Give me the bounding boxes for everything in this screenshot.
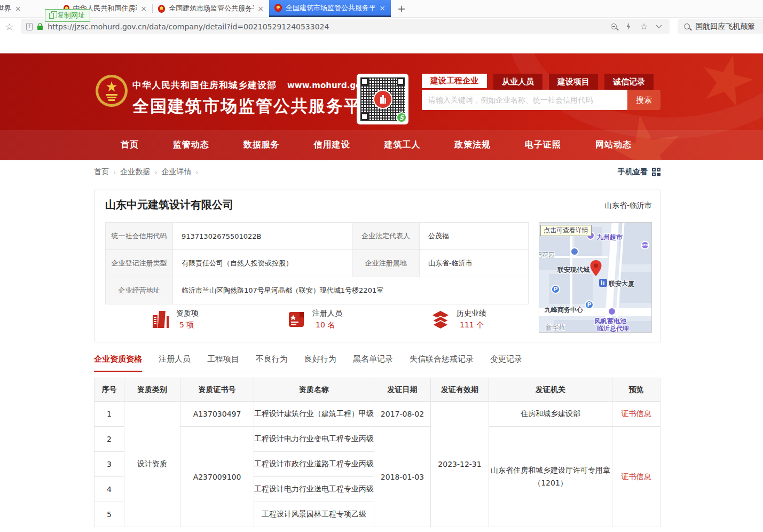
close-icon[interactable]: × [15,4,21,13]
breadcrumb-home[interactable]: 首页 [94,167,109,177]
qual-name-cell: 工程设计风景园林工程专项乙级 [254,502,374,527]
authority-cell: 住房和城乡建设部 [489,402,612,427]
nav-item-credit[interactable]: 信用建设 [314,139,350,151]
authority-line1: 山东省住房和城乡建设厅许可专用章 [489,464,612,477]
table-row: 企业登记注册类型 有限责任公司（自然人投资或控股） 企业注册属地 山东省-临沂市 [106,250,529,277]
breadcrumb-sep-icon: › [154,168,157,176]
browser-tab-jzsc[interactable]: 全国建筑市场监管公共服务平台 × [153,0,269,17]
chevron-down-icon[interactable] [656,22,662,28]
qr-pattern: S [360,77,405,121]
stat-registered-personnel[interactable]: 注册人员 10 名 [287,309,342,330]
national-emblem-logo [95,74,128,109]
search-icon [684,24,690,29]
url-action-icons: ☆ [611,21,661,32]
breadcrumb-company-detail[interactable]: 企业详情 [161,167,191,177]
cert-no-cell: A137030497 [180,402,254,427]
search-tab-personnel[interactable]: 从业人员 [493,74,542,90]
detail-tab-bar: 企业资质资格 注册人员 工程项目 不良行为 良好行为 黑名单记录 失信联合惩戒记… [94,354,660,372]
tab-blacklist[interactable]: 黑名单记录 [353,354,393,372]
tab-registered-personnel[interactable]: 注册人员 [159,354,191,372]
stat-history-performance[interactable]: 历史业绩 111 个 [431,309,486,330]
close-icon[interactable]: × [257,4,264,13]
breadcrumb-company-data[interactable]: 企业数据 [120,167,150,177]
secure-lock-icon[interactable] [37,26,43,30]
tab-good-behavior[interactable]: 良好行为 [304,354,336,372]
tab-bad-behavior[interactable]: 不良行为 [256,354,288,372]
tab-favicon-icon [274,4,282,12]
qual-name-cell: 工程设计电力行业送电工程专业丙级 [254,477,374,502]
qr-code-icon[interactable] [652,168,660,176]
new-tab-button[interactable]: + [391,0,412,17]
close-icon[interactable]: × [379,4,386,12]
parking-icon: P [585,300,594,309]
stat-value: 5 项 [176,320,199,330]
tab-favicon-icon [158,5,165,13]
nav-item-workers[interactable]: 建筑工人 [384,139,420,151]
map-label-xinhua: 新华苑 [546,323,565,332]
seq-cell: 3 [95,452,124,477]
qual-name-cell: 工程设计市政行业道路工程专业丙级 [254,452,374,477]
address-value: 临沂市兰山区陶然路107号星河晶都（联安）现代城1号楼2201室 [173,277,529,304]
qual-name-cell: 工程设计电力行业变电工程专业丙级 [254,427,374,452]
stat-label: 注册人员 [312,309,342,318]
breadcrumb-sep-icon: › [195,168,198,176]
stat-value: 111 个 [457,320,486,330]
col-preview: 预览 [612,378,660,402]
browser-search-box[interactable]: 国航回应飞机颠簸 [678,19,763,34]
ministry-name: 中华人民共和国住房和城乡建设部 [132,79,277,91]
map-label-supermarket: 九州超市 [597,233,623,242]
browser-tab-bar: 世界 × 中华人民共和国住房和城乡建设 × 全国建筑市场监管公共服务平台 × 全… [0,0,763,18]
nav-item-news[interactable]: 网站动态 [595,139,632,151]
url-text[interactable]: https://jzsc.mohurd.gov.cn/data/company/… [48,22,606,31]
table-row: 企业经营地址 临沂市兰山区陶然路107号星河晶都（联安）现代城1号楼2201室 [106,277,529,304]
col-qual-name: 资质名称 [254,378,374,402]
preview-cell: 证书信息 [612,402,660,427]
favorite-star-icon[interactable]: ☆ [640,21,648,32]
company-location-map[interactable]: 点击可查看详情 九州超市 ATM 纪花园 联安现代城 联安大厦 P P 九峰商务… [539,222,652,333]
cert-no-cell: A237009100 [180,427,254,527]
breadcrumb-sep-icon: › [113,168,116,176]
certificate-info-link[interactable]: 证书信息 [622,409,651,418]
seq-cell: 4 [95,477,124,502]
map-label-lianan-modern: 联安现代城 [557,265,589,275]
map-tooltip: 点击可查看详情 [540,225,592,236]
certificate-info-link[interactable]: 证书信息 [622,472,651,481]
authority-cell: 山东省住房和城乡建设厅许可专用章 （1201） [489,427,612,527]
nav-item-policy[interactable]: 政策法规 [454,139,491,151]
nav-item-certificate[interactable]: 电子证照 [525,139,561,151]
breadcrumb: 首页 › 企业数据 › 企业详情 › 手机查看 [94,167,660,177]
stat-qualifications[interactable]: 资质项 5 项 [151,309,199,330]
search-button[interactable]: 搜索 [627,90,660,110]
map-label-lianan-tower: 联安大厦 [609,279,634,288]
platform-title: 全国建筑市场监管公共服务平台 [132,95,379,118]
browser-tab-active[interactable]: 全国建筑市场监管公共服务平台 × [269,0,391,17]
page-info-icon[interactable] [26,23,33,30]
layers-icon [431,310,450,329]
preview-cell: 证书信息 [612,427,660,527]
bookmark-star-icon[interactable]: ☆ [5,21,13,32]
close-icon[interactable]: × [140,4,147,13]
platform-search-widget: 建设工程企业 从业人员 建设项目 诚信记录 搜索 [422,74,660,110]
search-tab-enterprise[interactable]: 建设工程企业 [422,74,487,90]
keyword-search-input[interactable] [422,90,627,110]
flash-icon[interactable] [626,23,631,30]
nav-item-supervision[interactable]: 监管动态 [173,139,209,151]
tab-change-records[interactable]: 变更记录 [490,354,522,372]
authority-line2: （1201） [489,477,612,490]
hot-search-text[interactable]: 国航回应飞机颠簸 [695,22,755,32]
tab-qualifications[interactable]: 企业资质资格 [94,354,142,372]
tab-projects[interactable]: 工程项目 [207,354,239,372]
mobile-view-button[interactable]: 手机查看 [618,167,660,177]
zoom-out-icon[interactable] [611,24,617,29]
url-field[interactable]: https://jzsc.mohurd.gov.cn/data/company/… [21,19,670,34]
col-seq: 序号 [95,378,124,402]
qr-eye [397,77,405,85]
tab-title: 全国建筑市场监管公共服务平台 [286,3,375,13]
search-tab-project[interactable]: 建设项目 [549,74,598,90]
nav-item-data-service[interactable]: 数据服务 [243,139,280,151]
legal-rep-label: 企业法定代表人 [352,223,420,250]
address-label: 企业经营地址 [106,277,173,304]
tab-dishonesty-records[interactable]: 失信联合惩戒记录 [410,354,474,372]
nav-item-home[interactable]: 首页 [121,139,139,151]
search-tab-credit[interactable]: 诚信记录 [604,74,654,90]
